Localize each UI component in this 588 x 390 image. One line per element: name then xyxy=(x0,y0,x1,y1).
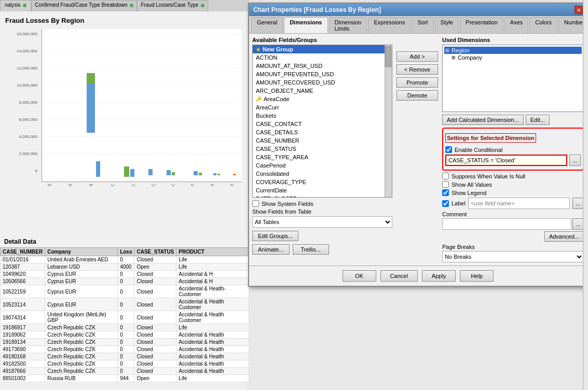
x-label-bahrain: Bahrain BHD xyxy=(47,184,64,187)
chart-title: Fraud Losses By Region xyxy=(0,12,247,26)
field-item-case-type-area[interactable]: CASE_TYPE_AREA xyxy=(253,153,392,161)
tab-style[interactable]: Style xyxy=(435,17,459,33)
svg-rect-20 xyxy=(233,174,236,175)
suppress-null-checkbox[interactable] xyxy=(442,173,449,179)
show-system-fields-checkbox[interactable] xyxy=(252,200,259,207)
table-row[interactable]: 10499620Cyprus EUR0ClosedAccidental & H xyxy=(1,271,249,278)
x-label-colombia: Colombia USD xyxy=(131,184,148,187)
edit-dimension-button[interactable]: Edit... xyxy=(526,115,550,125)
table-row[interactable]: 19189134Czech Republic CZK0ClosedAcciden… xyxy=(1,339,249,346)
show-all-values-checkbox[interactable] xyxy=(442,181,449,188)
edit-groups-button[interactable]: Edit Groups... xyxy=(252,231,298,241)
table-row[interactable]: 120387Lebanon USD4000OpenLife xyxy=(1,263,249,271)
main-tab-analysis[interactable]: nalysis xyxy=(0,0,31,11)
field-list-scrollbar[interactable] xyxy=(385,45,392,197)
scrollbar-thumb[interactable] xyxy=(385,46,391,67)
page-breaks-select[interactable]: No Breaks xyxy=(442,251,584,262)
label-text: Label xyxy=(452,200,466,206)
field-item-current-date[interactable]: CurrentDate xyxy=(253,186,392,194)
dim-company[interactable]: ⊞ Company xyxy=(444,54,582,61)
condition-more-button[interactable]: ... xyxy=(569,155,581,166)
add-button[interactable]: Add > xyxy=(396,51,438,62)
field-item-action[interactable]: ACTION xyxy=(253,53,392,62)
dialog-close-button[interactable]: ✕ xyxy=(575,6,583,14)
tab-general[interactable]: General xyxy=(251,17,283,33)
table-row[interactable]: 18074314United Kingdom (MetLife) GBP0Clo… xyxy=(1,311,249,324)
table-row[interactable]: 19186917Czech Republic CZK0ClosedLife xyxy=(1,324,249,331)
condition-input[interactable] xyxy=(445,155,567,166)
field-item-arc-object[interactable]: ARC_OBJECT_NAME xyxy=(253,87,392,95)
trellis-button[interactable]: Trellis... xyxy=(293,244,329,255)
table-row[interactable]: 10522159Cyprus EUR0ClosedAccidental & He… xyxy=(1,285,249,298)
advanced-button[interactable]: Advanced... xyxy=(544,231,584,242)
svg-rect-9 xyxy=(87,73,95,83)
expand-icon-company[interactable]: ⊞ xyxy=(452,55,456,60)
field-item-coverage-type[interactable]: COVERAGE_TYPE xyxy=(253,178,392,186)
main-tab-losses[interactable]: Fraud Losses/Case Type xyxy=(137,0,208,11)
field-item-case-status[interactable]: CASE_STATUS xyxy=(253,145,392,153)
table-row[interactable]: 49173690Czech Republic CZK0ClosedAcciden… xyxy=(1,346,249,353)
x-label-bangladesh: Bangladesh BDT xyxy=(67,184,85,187)
show-legend-checkbox[interactable] xyxy=(442,189,449,196)
table-row[interactable]: 19189062Czech Republic CZK0ClosedAcciden… xyxy=(1,331,249,339)
field-item-buckets[interactable]: Buckets xyxy=(253,112,392,120)
table-row[interactable]: 49182500Czech Republic CZK0ClosedAcciden… xyxy=(1,360,249,368)
label-input[interactable] xyxy=(468,198,570,209)
table-row[interactable]: 10523114Cyprus EUR0ClosedAccidental & He… xyxy=(1,298,249,311)
field-item-new-group[interactable]: ★ New Group xyxy=(253,45,392,53)
available-fields-label: Available Fields/Groups xyxy=(252,37,392,43)
table-row[interactable]: 01/01/2016United Arab Emirates AED0Close… xyxy=(1,256,249,263)
apply-button[interactable]: Apply xyxy=(422,270,456,282)
table-row[interactable]: 88501002Russia RUB944OpenLife xyxy=(1,375,249,382)
field-item-amount-risk[interactable]: AMOUNT_AT_RISK_USD xyxy=(253,62,392,70)
svg-rect-12 xyxy=(130,169,134,177)
label-checkbox[interactable] xyxy=(442,200,449,207)
comment-input[interactable] xyxy=(442,218,571,230)
x-label-ireland: Ireland E xyxy=(229,184,244,187)
detail-title: Detail Data xyxy=(0,236,249,247)
tab-expressions[interactable]: Expressions xyxy=(368,17,411,33)
svg-rect-15 xyxy=(172,172,175,175)
page-breaks-label: Page Breaks xyxy=(442,244,584,250)
animate-button[interactable]: Animate... xyxy=(252,244,290,255)
new-group-icon: ★ xyxy=(256,47,261,52)
table-row[interactable]: 49187666Czech Republic CZK0ClosedAcciden… xyxy=(1,368,249,375)
field-item-amount-recovered[interactable]: AMOUNT_RECOVERED_USD xyxy=(253,78,392,87)
dim-region[interactable]: ⊞ Region xyxy=(444,47,582,54)
demote-button[interactable]: Demote xyxy=(396,90,438,101)
label-more-button[interactable]: ... xyxy=(572,198,584,209)
tab-presentation[interactable]: Presentation xyxy=(460,17,503,33)
tab-colors[interactable]: Colors xyxy=(529,17,557,33)
field-item-case-number[interactable]: CASE_NUMBER xyxy=(253,136,392,145)
add-calculated-dimension-button[interactable]: Add Calculated Dimension... xyxy=(442,115,524,125)
tab-dimensions[interactable]: Dimensions xyxy=(284,17,327,33)
field-item-case-period[interactable]: CasePeriod xyxy=(253,161,392,170)
remove-button[interactable]: < Remove xyxy=(396,64,438,75)
comment-more-button[interactable]: ... xyxy=(572,218,584,230)
tab-sort[interactable]: Sort xyxy=(412,17,433,33)
table-dropdown[interactable]: All Tables xyxy=(252,216,392,228)
field-item-area-code[interactable]: AreaCode xyxy=(253,95,392,103)
field-item-area-curr[interactable]: AreaCurr xyxy=(253,103,392,112)
main-tab-fraud[interactable]: Confirmed Fraud/Case Type Breakdown xyxy=(31,0,137,11)
col-company: Company xyxy=(45,248,118,256)
tab-axes[interactable]: Axes xyxy=(504,17,528,33)
field-item-consolidated[interactable]: Consolidated xyxy=(253,170,392,178)
field-item-case-contact[interactable]: CASE_CONTACT xyxy=(253,120,392,128)
x-label-cyprus: Cyprus EUR xyxy=(151,184,168,187)
expand-icon-region[interactable]: ⊞ xyxy=(445,48,449,53)
field-item-date-closed[interactable]: DATE_CLOSED xyxy=(253,194,392,197)
x-label-hungary: Hungary HUF xyxy=(210,184,227,187)
table-row[interactable]: 10506566Cyprus EUR0ClosedAccidental & H xyxy=(1,278,249,285)
table-row[interactable]: 49180168Czech Republic CZK0ClosedAcciden… xyxy=(1,353,249,360)
help-button[interactable]: Help xyxy=(460,270,494,282)
enable-conditional-checkbox[interactable] xyxy=(445,146,452,153)
cancel-button[interactable]: Cancel xyxy=(380,270,418,282)
ok-button[interactable]: OK xyxy=(343,270,376,282)
show-fields-from-label: Show Fields from Table xyxy=(252,208,392,215)
field-item-amount-prevented[interactable]: AMOUNT_PREVENTED_USD xyxy=(253,70,392,78)
svg-rect-10 xyxy=(96,161,100,177)
tab-dimension-limits[interactable]: Dimension Limits xyxy=(329,17,367,33)
promote-button[interactable]: Promote xyxy=(396,77,438,88)
field-item-case-details[interactable]: CASE_DETAILS xyxy=(253,128,392,136)
